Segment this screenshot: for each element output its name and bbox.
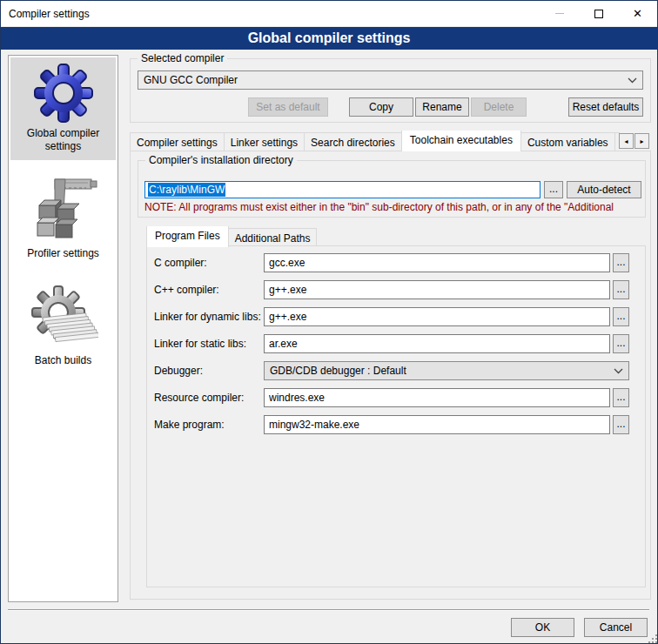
minimize-icon [555, 13, 564, 14]
debugger-row: Debugger: GDB/CDB debugger : Default [147, 361, 645, 380]
field-label: Debugger: [154, 365, 203, 377]
field-label: Linker for static libs: [154, 338, 246, 350]
delete-button[interactable]: Delete [471, 97, 527, 117]
page-title: Global compiler settings [1, 27, 657, 50]
field-label: C++ compiler: [154, 284, 219, 296]
window-title: Compiler settings [1, 8, 90, 20]
caliper-icon [29, 171, 98, 244]
sidebar-item-batch-builds[interactable]: Batch builds [10, 279, 116, 374]
browse-button[interactable]: ... [613, 280, 629, 299]
rename-button[interactable]: Rename [415, 97, 469, 117]
dynamic-linker-input[interactable] [264, 307, 610, 326]
sidebar-item-global-compiler-settings[interactable]: Global compiler settings [10, 57, 116, 160]
resource-compiler-row: Resource compiler: ... [147, 388, 645, 407]
debugger-select[interactable]: GDB/CDB debugger : Default [264, 361, 629, 380]
close-icon: ✕ [633, 8, 642, 19]
program-tab-strip: Program Files Additional Paths [146, 226, 646, 247]
arrow-left-icon: ◂ [624, 138, 628, 145]
gear-stack-icon [29, 285, 98, 351]
sidebar-item-label: Profiler settings [27, 247, 99, 260]
tab-custom-variables[interactable]: Custom variables [520, 132, 615, 151]
copy-button[interactable]: Copy [349, 97, 413, 117]
bin-subdirectory-note: NOTE: All programs must exist either in … [144, 201, 644, 213]
browse-button[interactable]: ... [613, 388, 629, 407]
minimize-button[interactable] [540, 1, 579, 26]
chevron-down-icon [614, 368, 623, 374]
installation-directory-input[interactable]: C:\raylib\MinGW [144, 181, 540, 198]
title-bar: Compiler settings ✕ [1, 1, 657, 26]
installation-directory-group: Compiler's installation directory C:\ray… [138, 160, 646, 218]
tab-search-directories[interactable]: Search directories [304, 132, 402, 151]
tab-linker-settings[interactable]: Linker settings [224, 132, 305, 151]
make-program-input[interactable] [264, 415, 610, 434]
executable-fields: C compiler: ... C++ compiler: ... Linker… [147, 253, 645, 434]
arrow-right-icon: ▸ [640, 138, 643, 145]
close-button[interactable]: ✕ [618, 1, 657, 26]
compiler-select-value: GNU GCC Compiler [144, 74, 238, 86]
compiler-settings-dialog: { "window": { "title": "Compiler setting… [0, 0, 658, 644]
chevron-down-icon [628, 77, 637, 84]
auto-detect-button[interactable]: Auto-detect [567, 181, 641, 198]
tab-scroll-left-button[interactable]: ◂ [619, 133, 634, 149]
maximize-button[interactable] [579, 1, 618, 26]
resize-grip[interactable] [652, 638, 654, 640]
sidebar-item-label: Batch builds [35, 354, 91, 367]
tab-toolchain-executables[interactable]: Toolchain executables [401, 131, 521, 151]
main-tab-strip: Compiler settings Linker settings Search… [130, 131, 620, 151]
field-label: C compiler: [154, 257, 207, 269]
cpp-compiler-input[interactable] [264, 280, 610, 299]
cancel-button[interactable]: Cancel [584, 618, 648, 637]
settings-sidebar: Global compiler settings Profiler settin… [8, 55, 118, 602]
compiler-button-row: Set as default Copy Rename Delete Reset … [138, 97, 643, 117]
tab-scroll-buttons: ◂ ▸ [618, 133, 649, 149]
sidebar-item-label: Global compiler settings [12, 127, 114, 153]
reset-defaults-button[interactable]: Reset defaults [568, 97, 643, 117]
group-label: Selected compiler [138, 52, 227, 64]
set-as-default-button[interactable]: Set as default [248, 97, 328, 117]
toolchain-executables-page: Compiler's installation directory C:\ray… [130, 151, 651, 600]
resource-compiler-input[interactable] [264, 388, 610, 407]
compiler-select[interactable]: GNU GCC Compiler [138, 70, 643, 90]
c-compiler-row: C compiler: ... [147, 253, 645, 272]
c-compiler-input[interactable] [264, 253, 610, 272]
tab-program-files[interactable]: Program Files [146, 226, 229, 247]
maximize-icon [594, 10, 603, 18]
static-linker-input[interactable] [264, 334, 610, 353]
group-label: Compiler's installation directory [145, 154, 297, 166]
dynamic-linker-row: Linker for dynamic libs: ... [147, 307, 645, 326]
field-label: Make program: [154, 419, 225, 431]
ok-button[interactable]: OK [511, 618, 574, 637]
program-files-page: C compiler: ... C++ compiler: ... Linker… [146, 245, 646, 587]
browse-button[interactable]: ... [613, 253, 629, 272]
tab-additional-paths[interactable]: Additional Paths [228, 228, 318, 247]
field-label: Resource compiler: [154, 392, 244, 404]
tab-compiler-settings[interactable]: Compiler settings [130, 132, 225, 151]
browse-button[interactable]: ... [613, 415, 629, 434]
selected-text: C:\raylib\MinGW [148, 183, 225, 197]
gear-blue-icon [33, 63, 94, 124]
browse-button[interactable]: ... [613, 334, 629, 353]
sidebar-item-profiler-settings[interactable]: Profiler settings [10, 165, 116, 267]
selected-compiler-group: Selected compiler GNU GCC Compiler Set a… [130, 58, 651, 123]
caption-buttons: ✕ [540, 1, 657, 26]
cpp-compiler-row: C++ compiler: ... [147, 280, 645, 299]
tab-scroll-right-button[interactable]: ▸ [634, 133, 649, 149]
browse-button[interactable]: ... [613, 307, 629, 326]
static-linker-row: Linker for static libs: ... [147, 334, 645, 353]
footer-separator [8, 609, 649, 611]
field-label: Linker for dynamic libs: [154, 311, 261, 323]
make-program-row: Make program: ... [147, 415, 645, 434]
debugger-select-value: GDB/CDB debugger : Default [270, 365, 406, 377]
browse-directory-button[interactable]: ... [544, 181, 563, 198]
